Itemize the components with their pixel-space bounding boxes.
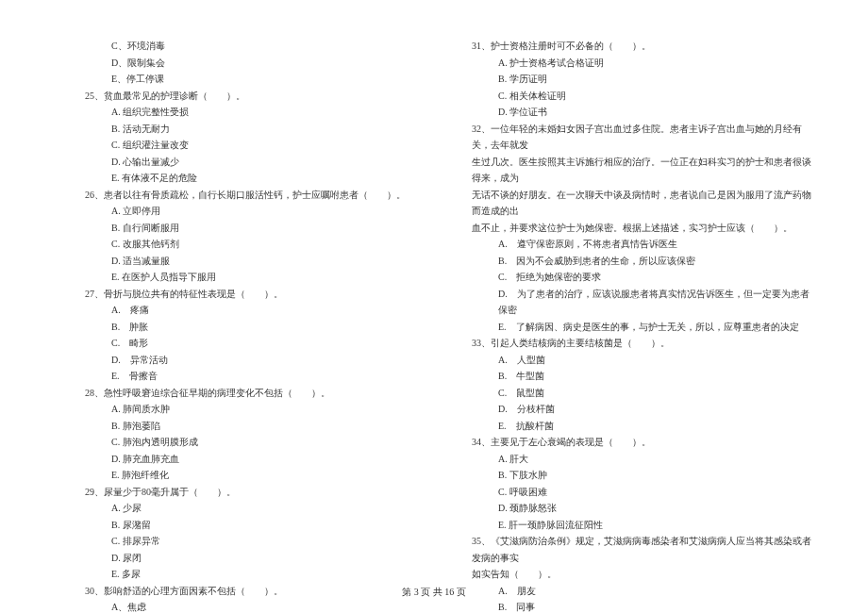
option-text: B. 学历证明 <box>472 71 811 88</box>
question-text: 血不止，并要求这位护士为她保密。根据上述描述，实习护士应该（ ）。 <box>472 220 811 237</box>
option-text: D. 颈静脉怒张 <box>472 500 811 517</box>
option-text: B. 肺泡萎陷 <box>85 418 425 435</box>
option-text: D. 尿闭 <box>85 550 425 567</box>
option-text: A. 肝大 <box>472 451 811 468</box>
question-text: 34、主要见于左心衰竭的表现是（ ）。 <box>472 434 811 451</box>
question-text: 33、引起人类结核病的主要结核菌是（ ）。 <box>472 335 811 352</box>
option-text: A. 护士资格考试合格证明 <box>472 55 811 72</box>
option-text: A. 遵守保密原则，不将患者真情告诉医生 <box>472 236 811 253</box>
option-text: E. 在医护人员指导下服用 <box>85 269 425 286</box>
question-text: 无话不谈的好朋友。在一次聊天中谈及病情时，患者说自己是因为服用了流产药物而造成的… <box>472 187 811 220</box>
option-text: E、停工停课 <box>85 71 425 88</box>
option-text: E. 骨擦音 <box>85 368 425 385</box>
option-text: A. 人型菌 <box>472 352 811 369</box>
option-text: A. 疼痛 <box>85 302 425 319</box>
option-text: E. 肝一颈静脉回流征阳性 <box>472 517 811 534</box>
option-text: C. 排尿异常 <box>85 533 425 550</box>
left-column: C、环境消毒 D、限制集会 E、停工停课 25、贫血最常见的护理诊断（ ）。 A… <box>85 38 425 613</box>
option-text: E. 抗酸杆菌 <box>472 418 811 435</box>
option-text: C、环境消毒 <box>85 38 425 55</box>
option-text: B. 活动无耐力 <box>85 121 425 138</box>
option-text: B. 因为不会威胁到患者的生命，所以应该保密 <box>472 253 811 270</box>
question-text: 32、一位年轻的未婚妇女因子宫出血过多住院。患者主诉子宫出血与她的月经有关，去年… <box>472 121 811 154</box>
option-text: A. 肺间质水肿 <box>85 401 425 418</box>
right-column: 31、护士资格注册时可不必备的（ ）。 A. 护士资格考试合格证明 B. 学历证… <box>472 38 811 613</box>
option-text: D. 学位证书 <box>472 104 811 121</box>
option-text: B. 自行间断服用 <box>85 220 425 237</box>
question-text: 31、护士资格注册时可不必备的（ ）。 <box>472 38 811 55</box>
option-text: C. 拒绝为她保密的要求 <box>472 269 811 286</box>
option-text: D. 分枝杆菌 <box>472 401 811 418</box>
document-columns: C、环境消毒 D、限制集会 E、停工停课 25、贫血最常见的护理诊断（ ）。 A… <box>85 38 811 613</box>
question-text: 28、急性呼吸窘迫综合征早期的病理变化不包括（ ）。 <box>85 385 425 402</box>
option-text: C. 相关体检证明 <box>472 88 811 105</box>
option-text: A、焦虑 <box>85 599 425 613</box>
option-text: C. 呼吸困难 <box>472 484 811 501</box>
option-text: A. 组织完整性受损 <box>85 104 425 121</box>
page-footer: 第 3 页 共 16 页 <box>0 586 868 599</box>
option-text: D. 为了患者的治疗，应该说服患者将真实情况告诉医生，但一定要为患者保密 <box>472 286 811 319</box>
option-text: E. 了解病因、病史是医生的事，与护士无关，所以，应尊重患者的决定 <box>472 319 811 336</box>
option-text: B. 同事 <box>472 599 811 613</box>
option-text: E. 多尿 <box>85 566 425 583</box>
option-text: C. 改服其他钙剂 <box>85 236 425 253</box>
question-text: 27、骨折与脱位共有的特征性表现是（ ）。 <box>85 286 425 303</box>
option-text: D、限制集会 <box>85 55 425 72</box>
question-text: 25、贫血最常见的护理诊断（ ）。 <box>85 88 425 105</box>
question-text: 生过几次。医生按照其主诉施行相应的治疗。一位正在妇科实习的护士和患者很谈得来，成… <box>472 154 811 187</box>
question-text: 29、尿量少于80毫升属于（ ）。 <box>85 484 425 501</box>
option-text: D. 肺充血肺充血 <box>85 451 425 468</box>
question-text: 26、患者以往有骨质疏松，自行长期口服活性钙，护士应嘱咐患者（ ）。 <box>85 187 425 204</box>
option-text: B. 肿胀 <box>85 319 425 336</box>
option-text: C. 肺泡内透明膜形成 <box>85 434 425 451</box>
option-text: B. 尿潴留 <box>85 517 425 534</box>
option-text: A. 少尿 <box>85 500 425 517</box>
option-text: A. 立即停用 <box>85 203 425 220</box>
question-text: 如实告知（ ）。 <box>472 566 811 583</box>
question-text: 35、《艾滋病防治条例》规定，艾滋病病毒感染者和艾滋病病人应当将其感染或者发病的… <box>472 533 811 566</box>
option-text: D. 心输出量减少 <box>85 154 425 171</box>
option-text: E. 肺泡纤维化 <box>85 467 425 484</box>
option-text: C. 鼠型菌 <box>472 385 811 402</box>
option-text: D. 适当减量服 <box>85 253 425 270</box>
option-text: C. 组织灌注量改变 <box>85 137 425 154</box>
option-text: E. 有体液不足的危险 <box>85 170 425 187</box>
option-text: D. 异常活动 <box>85 352 425 369</box>
option-text: B. 下肢水肿 <box>472 467 811 484</box>
option-text: C. 畸形 <box>85 335 425 352</box>
option-text: B. 牛型菌 <box>472 368 811 385</box>
